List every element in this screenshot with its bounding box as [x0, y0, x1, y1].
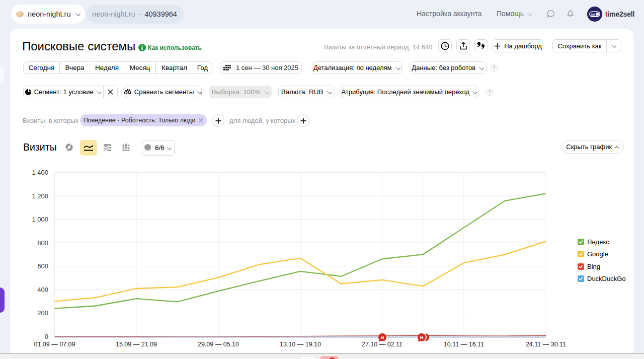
svg-text:1 400: 1 400: [32, 169, 48, 176]
svg-text:01.09 — 07.09: 01.09 — 07.09: [34, 341, 75, 348]
svg-text:29.09 — 05.10: 29.09 — 05.10: [198, 341, 239, 348]
svg-text:800: 800: [37, 239, 48, 247]
svg-text:1 200: 1 200: [32, 192, 48, 200]
svg-text:200: 200: [37, 309, 48, 317]
svg-text:600: 600: [37, 262, 48, 270]
svg-text:Н: Н: [420, 335, 424, 340]
svg-text:10.11 — 16.11: 10.11 — 16.11: [444, 341, 484, 348]
svg-text:1 000: 1 000: [32, 216, 48, 223]
svg-text:0: 0: [45, 333, 48, 340]
svg-text:Н: Н: [381, 335, 384, 340]
svg-text:24.11 — 30.11: 24.11 — 30.11: [526, 341, 566, 348]
svg-text:15.09 — 21.09: 15.09 — 21.09: [116, 341, 157, 348]
svg-text:13.10 — 19.10: 13.10 — 19.10: [280, 341, 321, 348]
svg-text:se: se: [591, 12, 595, 17]
svg-text:27.10 — 02.11: 27.10 — 02.11: [362, 341, 403, 348]
svg-text:400: 400: [37, 286, 48, 294]
